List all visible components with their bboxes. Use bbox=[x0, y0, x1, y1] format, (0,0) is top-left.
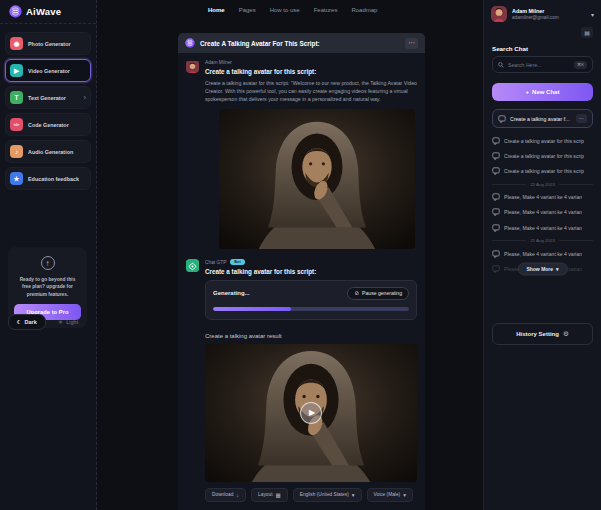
profile-email: adamilner@gmail.com bbox=[512, 15, 559, 20]
user-profile[interactable]: Adam Milner adamilner@gmail.com ▾ bbox=[484, 0, 601, 26]
nav-features[interactable]: Features bbox=[314, 7, 338, 13]
layout-icon: ▦ bbox=[276, 492, 281, 498]
chevron-down-icon: ▾ bbox=[352, 492, 355, 498]
profile-avatar bbox=[491, 6, 507, 22]
chat-options-icon[interactable]: ⋯ bbox=[576, 114, 587, 123]
progress-bar bbox=[213, 307, 409, 311]
text-icon: T bbox=[10, 91, 23, 104]
nav-how-to-use[interactable]: How to use bbox=[270, 7, 300, 13]
result-toolbar: Download ↓ Layout ▦ English (United Stat… bbox=[205, 488, 417, 508]
show-more-label: Show More bbox=[526, 266, 553, 272]
profile-name: Adam Milner bbox=[512, 8, 559, 14]
chat-icon bbox=[492, 193, 500, 201]
video-icon: ▶ bbox=[10, 64, 23, 77]
nav-roadmap[interactable]: Roadmap bbox=[351, 7, 377, 13]
download-icon: ↓ bbox=[236, 492, 239, 498]
shortcut-badge: ⌘K bbox=[574, 61, 587, 69]
history-item-label: Create a talking avatar for this scrip bbox=[504, 138, 584, 144]
sidebar-item-education-feedback[interactable]: ★ Education feedback bbox=[5, 167, 91, 190]
history-item[interactable]: Please, Make 4 variant ke 4 varian bbox=[492, 220, 593, 235]
chevron-down-icon: ▾ bbox=[591, 11, 594, 18]
camera-icon: ◉ bbox=[10, 37, 23, 50]
sidebar-item-code-generator[interactable]: </> Code Generator bbox=[5, 113, 91, 136]
aiwave-logo-icon bbox=[9, 5, 22, 18]
top-nav: Home Pages How to use Features Roadmap bbox=[208, 7, 377, 13]
dark-label: Dark bbox=[25, 319, 37, 325]
chat-icon bbox=[492, 250, 500, 258]
sidebar-item-label: Photo Generator bbox=[28, 41, 71, 47]
history-item[interactable]: Create a talking avatar for this scrip bbox=[492, 148, 593, 163]
new-chat-label: New Chat bbox=[532, 89, 559, 95]
left-sidebar: AiWave ◉ Photo Generator ▶ Video Generat… bbox=[0, 0, 97, 510]
bot-author: Chat GTP bbox=[205, 260, 226, 265]
voice-label: Voice (Male) bbox=[374, 492, 401, 497]
sun-icon: ☀ bbox=[58, 319, 63, 325]
sidebar-item-audio-generation[interactable]: ♪ Audio Generation bbox=[5, 140, 91, 163]
chat-icon bbox=[492, 137, 500, 145]
active-chat-label: Create a talking avatar for this scrip bbox=[510, 116, 572, 122]
history-item[interactable]: Create a talking avatar for this scrip bbox=[492, 133, 593, 148]
bot-avatar-icon bbox=[186, 259, 199, 272]
download-button[interactable]: Download ↓ bbox=[205, 488, 246, 502]
message-body: Create a talking avatar for this script:… bbox=[205, 79, 417, 104]
history-setting-label: History Setting bbox=[516, 331, 559, 337]
history-item[interactable]: Please, Make 4 variant ke 4 varian bbox=[492, 190, 593, 205]
pause-generating-button[interactable]: ⊘ Pause generating bbox=[347, 287, 409, 300]
result-video-thumbnail[interactable]: ▶ bbox=[205, 344, 417, 482]
voice-select[interactable]: Voice (Male) ▾ bbox=[367, 488, 413, 502]
show-more-button[interactable]: Show More ▾ bbox=[517, 262, 567, 275]
right-sidebar: Adam Milner adamilner@gmail.com ▾ ▤ Sear… bbox=[483, 0, 601, 510]
language-select[interactable]: English (United States) ▾ bbox=[293, 488, 362, 502]
chat-icon bbox=[492, 152, 500, 160]
search-chat-heading: Search Chat bbox=[492, 45, 593, 52]
chat-history-list: Create a talking avatar for this scrip C… bbox=[492, 133, 593, 277]
dark-mode-button[interactable]: ☾ Dark bbox=[8, 314, 46, 330]
chat-icon bbox=[498, 115, 506, 123]
collapse-panel-icon[interactable]: ▤ bbox=[581, 27, 593, 38]
layout-button[interactable]: Layout ▦ bbox=[251, 488, 288, 502]
sidebar-item-label: Code Generator bbox=[28, 122, 69, 128]
history-item[interactable]: Please, Make 4 variant ke 4 varian Show … bbox=[492, 261, 593, 276]
history-item-label: Create a talking avatar for this scrip bbox=[504, 153, 584, 159]
sidebar-item-label: Education feedback bbox=[28, 176, 79, 182]
message-author: Adam Milner bbox=[205, 60, 417, 65]
history-item[interactable]: Create a talking avatar for this scrip bbox=[492, 163, 593, 178]
nav-pages[interactable]: Pages bbox=[239, 7, 256, 13]
history-item-label: Please, Make 4 variant ke 4 varian bbox=[504, 194, 582, 200]
history-date-label: 21 Aug 2023 bbox=[530, 238, 555, 243]
history-date-label: 22 Aug 2023 bbox=[530, 182, 555, 187]
history-item[interactable]: Please, Make 4 variant ke 4 varian bbox=[492, 246, 593, 261]
bot-badge: Bot bbox=[230, 259, 244, 265]
chat-header: Create A Talking Avatar For This Script:… bbox=[178, 33, 425, 53]
sidebar-item-video-generator[interactable]: ▶ Video Generator bbox=[5, 59, 91, 82]
history-item-label: Please, Make 4 variant ke 4 varian bbox=[504, 251, 582, 257]
brand-logo[interactable]: AiWave bbox=[0, 0, 96, 24]
aiwave-app: Home Pages How to use Features Roadmap A… bbox=[0, 0, 601, 510]
script-source-image bbox=[219, 109, 415, 249]
generator-menu: ◉ Photo Generator ▶ Video Generator T Te… bbox=[0, 24, 96, 190]
history-setting-button[interactable]: History Setting ⚙ bbox=[492, 323, 593, 345]
search-input[interactable] bbox=[508, 62, 570, 68]
pause-icon: ⊘ bbox=[354, 290, 359, 296]
generating-box: Generating... ⊘ Pause generating bbox=[205, 280, 417, 320]
theme-toggle: ☾ Dark ☀ Light bbox=[8, 314, 87, 330]
new-chat-button[interactable]: + New Chat bbox=[492, 83, 593, 101]
nav-home[interactable]: Home bbox=[208, 7, 225, 13]
history-date-divider: 22 Aug 2023 bbox=[492, 182, 593, 187]
result-label: Create a talking avatar result bbox=[205, 333, 417, 339]
chat-menu-icon[interactable]: ⋯ bbox=[405, 38, 418, 49]
layout-label: Layout bbox=[258, 492, 272, 497]
user-message: Adam Milner Create a talking avatar for … bbox=[186, 60, 417, 249]
sidebar-item-photo-generator[interactable]: ◉ Photo Generator bbox=[5, 32, 91, 55]
history-item-label: Create a talking avatar for this scrip bbox=[504, 168, 584, 174]
generating-label: Generating... bbox=[213, 290, 250, 296]
history-item[interactable]: Please, Make 4 variant ke 4 varian bbox=[492, 205, 593, 220]
play-icon[interactable]: ▶ bbox=[300, 402, 322, 424]
sidebar-item-label: Video Generator bbox=[28, 68, 70, 74]
light-label: Light bbox=[66, 319, 78, 325]
sidebar-item-text-generator[interactable]: T Text Generator › bbox=[5, 86, 91, 109]
active-chat-item[interactable]: Create a talking avatar for this scrip ⋯ bbox=[492, 109, 593, 128]
bot-message-title: Create a talking avatar for this script: bbox=[205, 268, 417, 275]
language-label: English (United States) bbox=[300, 492, 349, 497]
light-mode-button[interactable]: ☀ Light bbox=[50, 314, 88, 330]
